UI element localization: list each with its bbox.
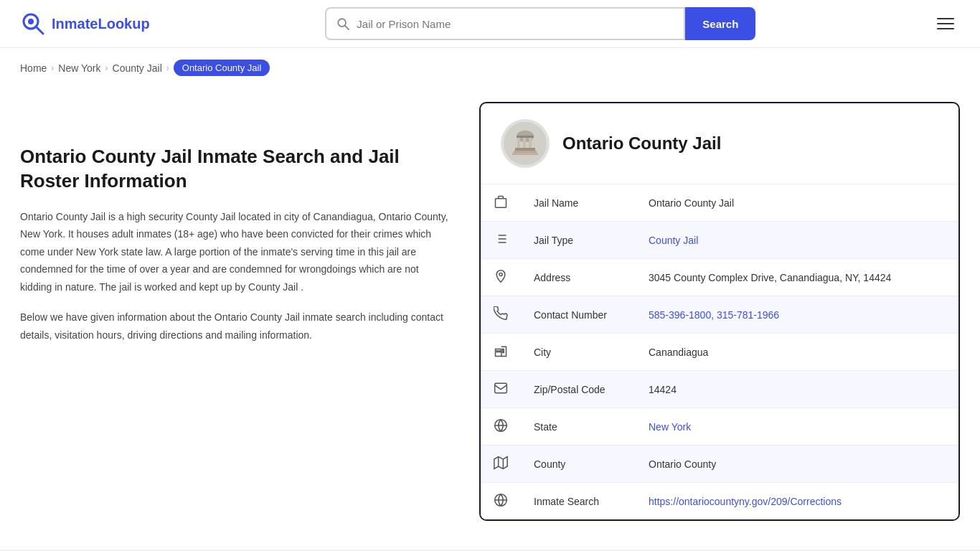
row-link-state[interactable]: New York [649, 421, 691, 433]
table-row: Zip/Postal Code14424 [481, 371, 958, 408]
row-value-jail-name: Ontario County Jail [636, 184, 958, 222]
row-value-zip: 14424 [636, 371, 958, 408]
svg-rect-11 [515, 148, 535, 151]
breadcrumb-sep: › [51, 63, 54, 73]
hamburger-line [937, 23, 954, 24]
row-value-address: 3045 County Complex Drive, Canandiagua, … [636, 259, 958, 296]
row-label-county: County [521, 446, 636, 483]
svg-point-2 [28, 19, 34, 24]
svg-point-24 [499, 273, 502, 276]
row-value-city: Canandiagua [636, 334, 958, 371]
svg-rect-12 [514, 151, 537, 153]
pin-icon [481, 259, 521, 296]
jail-card: Ontario County Jail Jail NameOntario Cou… [479, 102, 960, 521]
table-row: Address3045 County Complex Drive, Canand… [481, 259, 958, 296]
hamburger-line [937, 18, 954, 19]
row-label-inmate-search: Inmate Search [521, 483, 636, 520]
svg-rect-27 [499, 351, 501, 352]
row-link-contact[interactable]: 585-396-1800, 315-781-1966 [649, 309, 779, 321]
table-row: CityCanandiagua [481, 334, 958, 371]
logo-text: InmateLookup [52, 16, 150, 32]
breadcrumb-state[interactable]: New York [58, 62, 100, 74]
breadcrumb-sep: › [166, 63, 169, 73]
breadcrumb-home[interactable]: Home [20, 62, 47, 74]
svg-rect-28 [503, 349, 504, 351]
table-row: Contact Number585-396-1800, 315-781-1966 [481, 296, 958, 334]
row-link-inmate-search[interactable]: https://ontariocountyny.gov/209/Correcti… [649, 496, 842, 507]
globe2-icon [481, 483, 521, 520]
table-row: Jail TypeCounty Jail [481, 222, 958, 259]
jail-card-title: Ontario County Jail [562, 133, 721, 154]
search-icon [336, 17, 349, 30]
svg-rect-25 [496, 349, 501, 357]
list-icon [481, 222, 521, 259]
row-label-zip: Zip/Postal Code [521, 371, 636, 408]
row-label-city: City [521, 334, 636, 371]
svg-rect-14 [496, 199, 507, 208]
jail-avatar [501, 119, 550, 168]
svg-marker-32 [494, 457, 507, 469]
row-label-jail-type: Jail Type [521, 222, 636, 259]
svg-rect-7 [517, 136, 534, 138]
globe-icon [481, 408, 521, 446]
breadcrumb: Home › New York › County Jail › Ontario … [0, 48, 980, 88]
page-title: Ontario County Jail Inmate Search and Ja… [20, 145, 451, 194]
logo-icon [20, 11, 46, 37]
right-column: Ontario County Jail Jail NameOntario Cou… [479, 102, 960, 521]
row-label-jail-name: Jail Name [521, 184, 636, 222]
page-description-1: Ontario County Jail is a high security C… [20, 208, 451, 296]
row-value-contact[interactable]: 585-396-1800, 315-781-1966 [636, 296, 958, 334]
row-value-inmate-search[interactable]: https://ontariocountyny.gov/209/Correcti… [636, 483, 958, 520]
row-value-jail-type[interactable]: County Jail [636, 222, 958, 259]
svg-rect-9 [523, 138, 526, 148]
hamburger-menu[interactable] [931, 12, 960, 35]
svg-rect-26 [496, 351, 498, 352]
breadcrumb-sep: › [105, 63, 108, 73]
svg-rect-13 [512, 153, 538, 155]
phone-icon [481, 296, 521, 334]
map-icon [481, 446, 521, 483]
row-value-state[interactable]: New York [636, 408, 958, 446]
breadcrumb-current: Ontario County Jail [174, 60, 270, 76]
svg-line-1 [36, 27, 43, 34]
svg-line-4 [345, 26, 349, 29]
row-label-state: State [521, 408, 636, 446]
left-column: Ontario County Jail Inmate Search and Ja… [20, 102, 479, 521]
search-input[interactable] [357, 18, 674, 30]
jail-card-header: Ontario County Jail [481, 103, 958, 184]
row-label-address: Address [521, 259, 636, 296]
svg-rect-8 [517, 138, 520, 148]
svg-rect-30 [495, 383, 507, 392]
search-button[interactable]: Search [685, 7, 755, 40]
table-row: Jail NameOntario County Jail [481, 184, 958, 222]
site-header: InmateLookup Search [0, 0, 980, 48]
row-link-jail-type[interactable]: County Jail [649, 235, 698, 246]
svg-rect-29 [503, 352, 504, 353]
search-wrapper [325, 7, 685, 40]
jail-avatar-image [504, 122, 547, 165]
main-content: Ontario County Jail Inmate Search and Ja… [0, 88, 980, 550]
svg-rect-10 [529, 138, 532, 148]
mail-icon [481, 371, 521, 408]
search-area: Search [325, 7, 755, 40]
breadcrumb-type[interactable]: County Jail [113, 62, 162, 74]
table-row: StateNew York [481, 408, 958, 446]
hamburger-line [937, 28, 954, 29]
building-icon [481, 184, 521, 222]
city-icon [481, 334, 521, 371]
row-value-county: Ontario County [636, 446, 958, 483]
page-description-2: Below we have given information about th… [20, 309, 451, 344]
table-row: Inmate Searchhttps://ontariocountyny.gov… [481, 483, 958, 520]
info-table: Jail NameOntario County JailJail TypeCou… [481, 184, 958, 519]
logo-link[interactable]: InmateLookup [20, 11, 150, 37]
row-label-contact: Contact Number [521, 296, 636, 334]
table-row: CountyOntario County [481, 446, 958, 483]
